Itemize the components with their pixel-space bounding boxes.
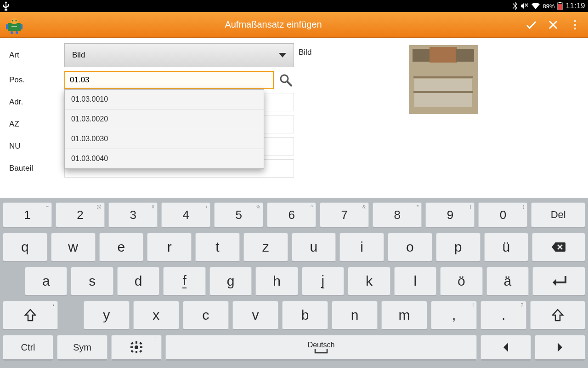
key-arrow-right[interactable]	[535, 335, 585, 361]
key-del[interactable]: Del	[531, 202, 585, 228]
svg-point-5	[12, 20, 13, 21]
autocomplete-item[interactable]: 01.03.0010	[65, 90, 264, 109]
key-ctrl[interactable]: Ctrl	[3, 335, 53, 361]
svg-rect-2	[558, 4, 562, 10]
key-x[interactable]: x	[133, 301, 179, 330]
key-0[interactable]: 0)	[478, 202, 527, 228]
svg-rect-3	[8, 23, 21, 31]
key-ä[interactable]: ä	[486, 267, 529, 296]
svg-rect-4	[11, 18, 18, 24]
key-t[interactable]: t	[195, 233, 240, 262]
key-3[interactable]: 3#	[108, 202, 158, 228]
svg-rect-16	[136, 351, 137, 353]
art-dropdown-value: Bild	[72, 51, 85, 60]
svg-rect-18	[140, 346, 142, 348]
key-8[interactable]: 8*	[373, 202, 422, 228]
key-sym[interactable]: Sym	[57, 335, 107, 361]
key-d[interactable]: d	[117, 267, 159, 296]
svg-rect-15	[136, 341, 137, 344]
key-s[interactable]: s	[71, 267, 113, 296]
key-ü[interactable]: ü	[484, 233, 529, 262]
key-6[interactable]: 6^	[267, 202, 316, 228]
key-g[interactable]: g	[209, 267, 252, 296]
label-nu: NU	[9, 142, 64, 151]
key-m[interactable]: m	[381, 301, 427, 330]
svg-rect-21	[130, 350, 133, 352]
key-settings[interactable]: ⋮	[111, 335, 162, 361]
key-z[interactable]: z	[243, 233, 288, 262]
pos-search-button[interactable]	[277, 72, 294, 88]
key-h[interactable]: h	[255, 267, 298, 296]
app-logo-icon	[5, 15, 24, 34]
svg-rect-7	[6, 24, 8, 29]
label-pos: Pos.	[9, 75, 64, 85]
svg-rect-10	[16, 31, 18, 34]
key-e[interactable]: e	[99, 233, 144, 262]
image-thumbnail[interactable]	[409, 45, 478, 114]
svg-rect-19	[130, 342, 133, 345]
key-arrow-left[interactable]	[481, 335, 531, 361]
key-c[interactable]: c	[183, 301, 229, 330]
key-9[interactable]: 9(	[425, 202, 475, 228]
key-5[interactable]: 5%	[214, 202, 263, 228]
autocomplete-item[interactable]: 01.03.0020	[65, 109, 264, 129]
battery-icon	[557, 2, 563, 10]
key-4[interactable]: 4/	[161, 202, 210, 228]
key-space[interactable]: Deutsch	[165, 335, 477, 361]
key-j[interactable]: j	[302, 267, 344, 296]
key-7[interactable]: 7&	[320, 202, 369, 228]
preview-label: Bild	[299, 45, 390, 57]
wifi-icon	[531, 3, 540, 9]
usb-icon	[3, 1, 9, 11]
battery-percent: 89%	[543, 3, 554, 10]
svg-rect-9	[11, 31, 13, 34]
key-u[interactable]: u	[292, 233, 336, 262]
confirm-button[interactable]	[523, 17, 539, 33]
key-y[interactable]: y	[84, 301, 130, 330]
key-p[interactable]: p	[436, 233, 481, 262]
key-shift-left[interactable]: •	[3, 301, 58, 330]
autocomplete-item[interactable]: 01.03.0040	[65, 149, 264, 168]
app-bar: Aufmaßansatz einfügen	[0, 12, 588, 38]
key-shift-right[interactable]	[530, 301, 585, 330]
key-f[interactable]: f	[163, 267, 205, 296]
key-b[interactable]: b	[282, 301, 328, 330]
mute-icon	[520, 2, 529, 10]
svg-line-13	[287, 81, 291, 86]
autocomplete-item[interactable]: 01.03.0030	[65, 129, 264, 149]
key-1[interactable]: 1~	[3, 202, 52, 228]
cancel-button[interactable]	[545, 17, 561, 33]
page-title: Aufmaßansatz einfügen	[29, 19, 517, 30]
key-a[interactable]: a	[25, 267, 67, 296]
key-comma[interactable]: ,!	[431, 301, 477, 330]
form-area: Art Bild Pos. Adr. AZ NU Bauteil 01.03.0…	[0, 38, 588, 198]
key-k[interactable]: k	[348, 267, 390, 296]
label-az: AZ	[9, 120, 64, 129]
svg-point-14	[135, 345, 138, 349]
key-i[interactable]: i	[339, 233, 384, 262]
overflow-menu-button[interactable]	[567, 17, 583, 33]
key-l[interactable]: l	[394, 267, 436, 296]
android-status-bar: 89% 11:19	[0, 0, 588, 12]
bluetooth-icon	[512, 2, 518, 10]
svg-point-6	[16, 20, 17, 21]
key-period[interactable]: .?	[481, 301, 526, 330]
key-enter[interactable]	[532, 267, 585, 296]
svg-rect-1	[559, 2, 561, 3]
key-ö[interactable]: ö	[440, 267, 482, 296]
key-o[interactable]: o	[388, 233, 432, 262]
key-v[interactable]: v	[232, 301, 278, 330]
svg-rect-17	[130, 346, 133, 348]
label-adr: Adr.	[9, 98, 64, 107]
art-dropdown[interactable]: Bild	[64, 43, 294, 67]
pos-input[interactable]	[64, 71, 274, 89]
pos-autocomplete-dropdown: 01.03.0010 01.03.0020 01.03.0030 01.03.0…	[64, 89, 264, 169]
key-r[interactable]: r	[147, 233, 192, 262]
key-2[interactable]: 2@	[56, 202, 105, 228]
key-n[interactable]: n	[332, 301, 378, 330]
key-w[interactable]: w	[51, 233, 96, 262]
svg-rect-22	[139, 350, 142, 352]
key-backspace[interactable]	[532, 233, 585, 262]
chevron-down-icon	[279, 53, 286, 58]
key-q[interactable]: q	[3, 233, 47, 262]
